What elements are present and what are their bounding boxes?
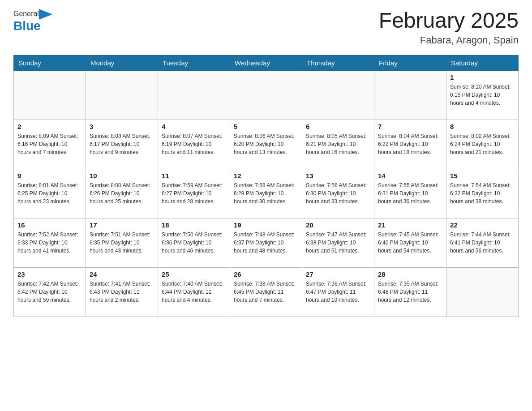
calendar-cell: 1Sunrise: 8:10 AM Sunset: 6:15 PM Daylig…	[446, 70, 519, 120]
calendar-cell: 17Sunrise: 7:51 AM Sunset: 6:35 PM Dayli…	[86, 218, 158, 267]
day-number: 8	[450, 123, 515, 130]
day-info: Sunrise: 7:55 AM Sunset: 6:31 PM Dayligh…	[378, 181, 442, 206]
day-number: 7	[378, 123, 442, 130]
calendar-cell: 22Sunrise: 7:44 AM Sunset: 6:41 PM Dayli…	[446, 218, 519, 267]
day-number: 11	[162, 172, 226, 180]
day-info: Sunrise: 8:09 AM Sunset: 6:16 PM Dayligh…	[17, 132, 82, 156]
logo: General Blue	[13, 9, 52, 33]
day-number: 4	[162, 123, 226, 130]
day-info: Sunrise: 7:41 AM Sunset: 6:43 PM Dayligh…	[90, 280, 154, 304]
calendar-cell: 15Sunrise: 7:54 AM Sunset: 6:32 PM Dayli…	[446, 169, 519, 218]
page-header: General Blue February 2025 Fabara, Arago…	[13, 9, 519, 46]
calendar-cell: 2Sunrise: 8:09 AM Sunset: 6:16 PM Daylig…	[14, 120, 86, 169]
day-number: 17	[90, 221, 154, 229]
calendar-cell: 9Sunrise: 8:01 AM Sunset: 6:25 PM Daylig…	[14, 169, 86, 218]
day-info: Sunrise: 8:06 AM Sunset: 6:20 PM Dayligh…	[234, 132, 298, 156]
day-number: 12	[234, 172, 298, 180]
day-number: 13	[306, 172, 370, 180]
day-info: Sunrise: 8:08 AM Sunset: 6:17 PM Dayligh…	[90, 132, 154, 156]
weekday-header-wednesday: Wednesday	[230, 55, 302, 70]
day-number: 27	[306, 270, 370, 278]
day-number: 10	[90, 172, 154, 180]
day-number: 23	[17, 270, 82, 278]
weekday-header-tuesday: Tuesday	[158, 55, 230, 70]
calendar-cell: 19Sunrise: 7:48 AM Sunset: 6:37 PM Dayli…	[230, 218, 302, 267]
calendar-cell: 20Sunrise: 7:47 AM Sunset: 6:38 PM Dayli…	[302, 218, 374, 267]
calendar-cell: 4Sunrise: 8:07 AM Sunset: 6:19 PM Daylig…	[158, 120, 230, 169]
weekday-header-friday: Friday	[374, 55, 446, 70]
calendar-week-row: 16Sunrise: 7:52 AM Sunset: 6:33 PM Dayli…	[14, 218, 519, 267]
day-number: 25	[162, 270, 226, 278]
calendar-cell: 25Sunrise: 7:40 AM Sunset: 6:44 PM Dayli…	[158, 267, 230, 317]
calendar-cell: 26Sunrise: 7:38 AM Sunset: 6:45 PM Dayli…	[230, 267, 302, 317]
month-title: February 2025	[379, 9, 519, 33]
day-number: 15	[450, 172, 515, 180]
calendar-cell	[374, 70, 446, 120]
day-info: Sunrise: 7:51 AM Sunset: 6:35 PM Dayligh…	[90, 231, 154, 255]
location-text: Fabara, Aragon, Spain	[379, 34, 519, 46]
weekday-header-thursday: Thursday	[302, 55, 374, 70]
weekday-header-sunday: Sunday	[14, 55, 86, 70]
day-info: Sunrise: 7:36 AM Sunset: 6:47 PM Dayligh…	[306, 280, 370, 304]
day-info: Sunrise: 7:56 AM Sunset: 6:30 PM Dayligh…	[306, 181, 370, 206]
calendar-week-row: 1Sunrise: 8:10 AM Sunset: 6:15 PM Daylig…	[14, 70, 519, 120]
calendar-cell: 24Sunrise: 7:41 AM Sunset: 6:43 PM Dayli…	[86, 267, 158, 317]
day-info: Sunrise: 7:58 AM Sunset: 6:29 PM Dayligh…	[234, 181, 298, 206]
day-number: 14	[378, 172, 442, 180]
calendar-cell: 7Sunrise: 8:04 AM Sunset: 6:22 PM Daylig…	[374, 120, 446, 169]
day-info: Sunrise: 7:48 AM Sunset: 6:37 PM Dayligh…	[234, 231, 298, 255]
calendar-cell	[446, 267, 519, 317]
calendar-cell: 5Sunrise: 8:06 AM Sunset: 6:20 PM Daylig…	[230, 120, 302, 169]
calendar-cell: 11Sunrise: 7:59 AM Sunset: 6:27 PM Dayli…	[158, 169, 230, 218]
calendar-cell	[86, 70, 158, 120]
day-info: Sunrise: 8:01 AM Sunset: 6:25 PM Dayligh…	[17, 181, 82, 206]
day-info: Sunrise: 7:42 AM Sunset: 6:42 PM Dayligh…	[17, 280, 82, 304]
weekday-header-monday: Monday	[86, 55, 158, 70]
calendar-cell: 12Sunrise: 7:58 AM Sunset: 6:29 PM Dayli…	[230, 169, 302, 218]
day-number: 18	[162, 221, 226, 229]
logo-general-text: General	[13, 10, 39, 18]
calendar-cell	[14, 70, 86, 120]
day-info: Sunrise: 8:07 AM Sunset: 6:19 PM Dayligh…	[162, 132, 226, 156]
calendar-cell: 21Sunrise: 7:45 AM Sunset: 6:40 PM Dayli…	[374, 218, 446, 267]
svg-marker-0	[39, 9, 52, 20]
day-number: 24	[90, 270, 154, 278]
day-number: 5	[234, 123, 298, 130]
day-number: 2	[17, 123, 82, 130]
day-number: 22	[450, 221, 515, 229]
day-number: 9	[17, 172, 82, 180]
calendar-cell: 6Sunrise: 8:05 AM Sunset: 6:21 PM Daylig…	[302, 120, 374, 169]
title-section: February 2025 Fabara, Aragon, Spain	[379, 9, 519, 46]
weekday-header-row: SundayMondayTuesdayWednesdayThursdayFrid…	[14, 55, 519, 70]
day-info: Sunrise: 7:40 AM Sunset: 6:44 PM Dayligh…	[162, 280, 226, 304]
day-number: 28	[378, 270, 442, 278]
day-number: 20	[306, 221, 370, 229]
day-info: Sunrise: 8:00 AM Sunset: 6:26 PM Dayligh…	[90, 181, 154, 206]
day-info: Sunrise: 8:05 AM Sunset: 6:21 PM Dayligh…	[306, 132, 370, 156]
calendar-week-row: 2Sunrise: 8:09 AM Sunset: 6:16 PM Daylig…	[14, 120, 519, 169]
day-info: Sunrise: 7:54 AM Sunset: 6:32 PM Dayligh…	[450, 181, 515, 206]
day-info: Sunrise: 8:02 AM Sunset: 6:24 PM Dayligh…	[450, 132, 515, 156]
day-number: 16	[17, 221, 82, 229]
logo-flag-icon	[39, 9, 52, 20]
calendar-cell: 28Sunrise: 7:35 AM Sunset: 6:48 PM Dayli…	[374, 267, 446, 317]
logo-blue-text: Blue	[13, 19, 41, 33]
calendar-cell: 10Sunrise: 8:00 AM Sunset: 6:26 PM Dayli…	[86, 169, 158, 218]
day-info: Sunrise: 7:38 AM Sunset: 6:45 PM Dayligh…	[234, 280, 298, 304]
day-number: 1	[450, 73, 515, 81]
calendar-cell	[302, 70, 374, 120]
day-info: Sunrise: 7:59 AM Sunset: 6:27 PM Dayligh…	[162, 181, 226, 206]
calendar-cell: 8Sunrise: 8:02 AM Sunset: 6:24 PM Daylig…	[446, 120, 519, 169]
day-info: Sunrise: 7:45 AM Sunset: 6:40 PM Dayligh…	[378, 231, 442, 255]
day-info: Sunrise: 8:10 AM Sunset: 6:15 PM Dayligh…	[450, 83, 515, 107]
weekday-header-saturday: Saturday	[446, 55, 519, 70]
day-info: Sunrise: 7:35 AM Sunset: 6:48 PM Dayligh…	[378, 280, 442, 304]
calendar-table: SundayMondayTuesdayWednesdayThursdayFrid…	[13, 55, 519, 317]
calendar-cell	[230, 70, 302, 120]
day-number: 26	[234, 270, 298, 278]
calendar-cell: 23Sunrise: 7:42 AM Sunset: 6:42 PM Dayli…	[14, 267, 86, 317]
calendar-week-row: 23Sunrise: 7:42 AM Sunset: 6:42 PM Dayli…	[14, 267, 519, 317]
day-number: 19	[234, 221, 298, 229]
day-info: Sunrise: 7:52 AM Sunset: 6:33 PM Dayligh…	[17, 231, 82, 255]
calendar-cell: 18Sunrise: 7:50 AM Sunset: 6:36 PM Dayli…	[158, 218, 230, 267]
